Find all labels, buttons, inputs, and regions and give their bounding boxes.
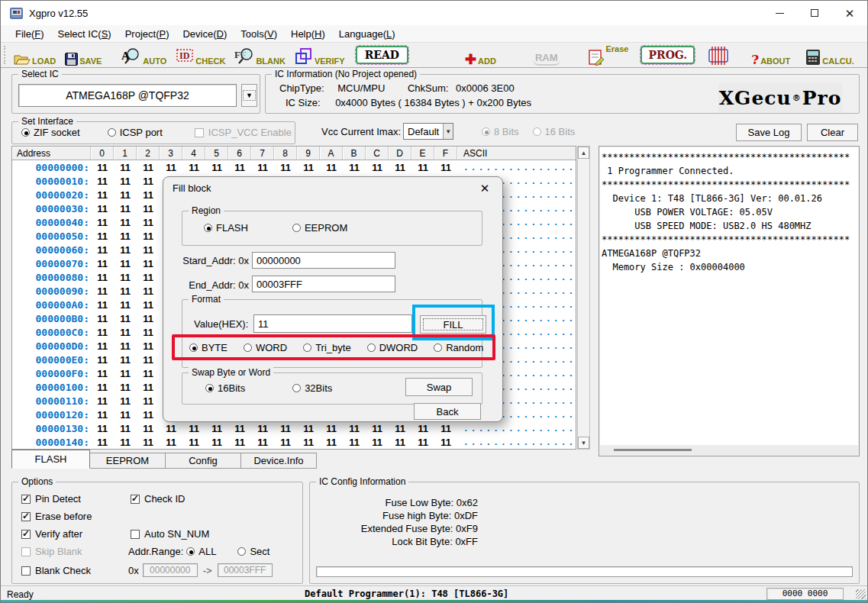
calculator-button[interactable]: CALCU.	[805, 44, 854, 66]
about-button[interactable]: ? ABOUT	[751, 44, 790, 66]
hex-cell[interactable]: 11	[434, 437, 457, 448]
hex-cell[interactable]: 11	[389, 162, 411, 173]
hex-cell[interactable]: 11	[137, 176, 160, 187]
radio-tri_byte[interactable]: Tri_byte	[303, 342, 350, 353]
checkbox-blank-check[interactable]: Blank Check	[21, 565, 91, 576]
tab-device-info[interactable]: Device.Info	[241, 453, 317, 469]
hex-cell[interactable]: 11	[137, 258, 160, 269]
maximize-button[interactable]	[797, 1, 832, 25]
hex-cell[interactable]: 11	[160, 162, 182, 173]
dialog-close-button[interactable]: ✕	[475, 180, 495, 197]
hex-cell[interactable]: 11	[160, 437, 182, 448]
fill-button[interactable]: FILL	[420, 315, 486, 334]
selected-ic-field[interactable]: ATMEGA168P @TQFP32	[18, 84, 237, 107]
hex-cell[interactable]: 11	[320, 437, 343, 448]
menu-item-device[interactable]: Device(D)	[176, 27, 234, 41]
tab-flash[interactable]: FLASH	[11, 450, 90, 469]
hex-cell[interactable]: 11	[366, 162, 389, 173]
blank-button[interactable]: FF BLANK	[234, 44, 286, 66]
hex-cell[interactable]: 11	[205, 437, 228, 448]
minimize-button[interactable]	[762, 1, 797, 25]
checkbox-erase-before[interactable]: Erase before	[21, 511, 92, 522]
save-button[interactable]: SAVE	[65, 44, 102, 66]
hex-cell[interactable]: 11	[114, 244, 137, 256]
hex-cell[interactable]: 11	[114, 423, 137, 434]
hex-cell[interactable]: 11	[137, 162, 160, 173]
hex-cell[interactable]: 11	[91, 203, 114, 214]
clear-button[interactable]: Clear	[807, 124, 858, 141]
hex-cell[interactable]: 11	[114, 395, 137, 407]
hex-cell[interactable]: 11	[228, 437, 251, 448]
hex-cell[interactable]: 11	[91, 176, 114, 187]
hex-cell[interactable]: 11	[137, 409, 160, 421]
hex-cell[interactable]: 11	[411, 423, 434, 434]
hex-cell[interactable]: 11	[91, 327, 114, 338]
vcc-imax-dropdown[interactable]: Default ▼	[403, 123, 453, 140]
hex-cell[interactable]: 11	[114, 313, 137, 324]
hex-cell[interactable]: 11	[91, 299, 114, 311]
ram-button[interactable]: RAM	[533, 44, 560, 66]
hex-cell[interactable]: 11	[91, 217, 114, 228]
radio-word[interactable]: WORD	[244, 342, 287, 353]
hex-cell[interactable]: 11	[228, 423, 251, 434]
hex-cell[interactable]: 11	[160, 423, 182, 434]
scroll-up-button[interactable]: ▲	[578, 147, 589, 159]
hex-cell[interactable]: 11	[114, 258, 137, 269]
hex-cell[interactable]: 11	[91, 162, 114, 173]
radio-addr-sect[interactable]: Sect	[237, 546, 269, 557]
hex-cell[interactable]: 11	[251, 162, 274, 173]
resize-grip[interactable]	[856, 589, 866, 599]
read-button[interactable]: READ	[356, 46, 408, 64]
check-id-button[interactable]: ID CHECK	[176, 44, 225, 66]
hex-cell[interactable]: 11	[114, 176, 137, 187]
tab-config[interactable]: Config	[166, 453, 241, 469]
hex-cell[interactable]: 11	[251, 423, 274, 434]
hex-cell[interactable]: 11	[137, 313, 160, 324]
menu-item-tools[interactable]: Tools(V)	[234, 27, 284, 41]
hex-cell[interactable]: 11	[91, 423, 114, 434]
radio-flash[interactable]: FLASH	[204, 222, 248, 234]
hex-cell[interactable]: 11	[137, 217, 160, 228]
hex-cell[interactable]: 11	[137, 272, 160, 283]
menu-item-project[interactable]: Project(P)	[118, 27, 176, 41]
hex-cell[interactable]: 11	[114, 217, 137, 228]
save-log-button[interactable]: Save Log	[736, 124, 802, 141]
hex-cell[interactable]: 11	[114, 203, 137, 214]
select-ic-dropdown-button[interactable]: ▼	[241, 84, 257, 107]
hex-cell[interactable]: 11	[91, 395, 114, 407]
hex-cell[interactable]: 11	[297, 162, 320, 173]
checkbox-auto-sn-num[interactable]: Auto SN_NUM	[131, 528, 209, 540]
hex-cell[interactable]: 11	[389, 423, 411, 434]
hex-cell[interactable]: 11	[343, 162, 366, 173]
hex-cell[interactable]: 11	[366, 423, 389, 434]
hex-cell[interactable]: 11	[205, 423, 228, 434]
hex-cell[interactable]: 11	[114, 354, 137, 366]
end-addr-input[interactable]	[252, 276, 395, 292]
checkbox-verify-after[interactable]: Verify after	[21, 528, 82, 540]
hex-cell[interactable]: 11	[343, 437, 366, 448]
hex-cell[interactable]: 11	[91, 437, 114, 448]
hex-cell[interactable]: 11	[434, 162, 457, 173]
hex-cell[interactable]: 11	[137, 423, 160, 434]
value-hex-input[interactable]	[253, 314, 412, 333]
radio-addr-all[interactable]: ALL	[186, 546, 216, 557]
hex-cell[interactable]: 11	[137, 189, 160, 201]
hex-cell[interactable]: 11	[137, 340, 160, 352]
hex-cell[interactable]: 11	[114, 189, 137, 201]
hex-cell[interactable]: 11	[137, 382, 160, 393]
hex-cell[interactable]: 11	[320, 423, 343, 434]
checkbox-check-id[interactable]: Check ID	[131, 493, 185, 505]
hex-cell[interactable]: 11	[182, 423, 205, 434]
hex-cell[interactable]: 11	[137, 395, 160, 407]
tab-eeprom[interactable]: EEPROM	[90, 453, 166, 469]
menu-item-help[interactable]: Help(H)	[284, 27, 332, 41]
hex-cell[interactable]: 11	[137, 354, 160, 366]
hex-cell[interactable]: 11	[114, 162, 137, 173]
hex-cell[interactable]: 11	[137, 203, 160, 214]
hex-cell[interactable]: 11	[91, 189, 114, 201]
hex-cell[interactable]: 11	[91, 382, 114, 393]
hex-cell[interactable]: 11	[91, 231, 114, 242]
hex-cell[interactable]: 11	[297, 423, 320, 434]
hex-cell[interactable]: 11	[114, 368, 137, 379]
hex-cell[interactable]: 11	[137, 285, 160, 297]
